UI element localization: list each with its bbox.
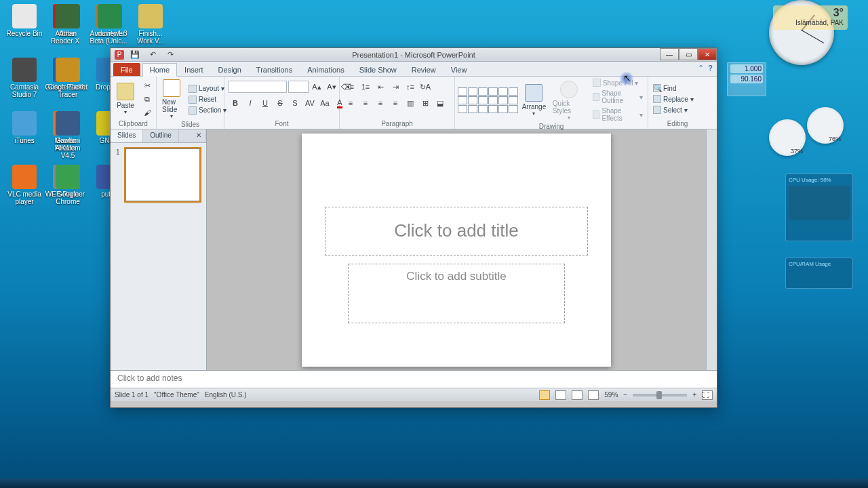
text-direction-icon[interactable]: ↻A — [418, 81, 432, 93]
notes-pane[interactable]: Click to add notes — [111, 370, 717, 388]
format-painter-icon[interactable]: 🖌 — [140, 106, 154, 119]
shapes-gallery[interactable] — [458, 87, 518, 113]
find-button[interactable]: 🔍Find — [651, 83, 696, 93]
columns-icon[interactable]: ▥ — [403, 97, 417, 109]
tab-transitions[interactable]: Transitions — [249, 63, 300, 76]
font-name-input[interactable] — [229, 81, 287, 93]
titlebar[interactable]: P 💾 ↶ ↷ Presentation1 - Microsoft PowerP… — [111, 48, 717, 62]
section-button[interactable]: Section ▾ — [186, 106, 229, 115]
ribbon: Paste ▾ ✂ ⧉ 🖌 Clipboard New Slide ▾ — [111, 77, 717, 129]
desktop-icon[interactable]: Athan — [47, 4, 88, 55]
help-icon[interactable]: ? — [708, 64, 713, 73]
font-size-input[interactable] — [288, 81, 309, 93]
cut-icon[interactable]: ✂ — [140, 79, 154, 92]
desktop-icon[interactable]: Cisco Packet Tracer — [47, 58, 88, 108]
char-spacing-icon[interactable]: AV — [303, 97, 317, 109]
bold-button[interactable]: B — [229, 97, 242, 109]
thumbnail-number: 1 — [116, 148, 123, 201]
new-slide-button[interactable]: New Slide ▾ — [159, 78, 184, 121]
panel-tab-slides[interactable]: Slides — [111, 129, 143, 142]
slideshow-view-button[interactable] — [588, 390, 599, 400]
align-left-icon[interactable]: ≡ — [344, 97, 357, 109]
grow-font-icon[interactable]: A▴ — [310, 81, 323, 93]
justify-icon[interactable]: ≡ — [389, 97, 402, 109]
shadow-button[interactable]: S — [288, 97, 302, 109]
title-placeholder[interactable]: Click to add title — [325, 207, 588, 256]
desktop-icon[interactable]: Recycle Bin — [4, 4, 45, 55]
reading-view-button[interactable] — [572, 390, 583, 400]
desktop-icon[interactable]: Gawami AlKalem V4.5 — [47, 111, 88, 162]
arrange-button[interactable]: Arrange▾ — [521, 83, 547, 118]
minimize-ribbon-icon[interactable]: ⌃ — [698, 64, 704, 73]
tab-animations[interactable]: Animations — [300, 63, 351, 76]
shape-fill-button[interactable]: Shape Fill ▾ — [591, 78, 645, 87]
sorter-view-button[interactable] — [555, 390, 566, 400]
inc-indent-icon[interactable]: ⇥ — [389, 81, 402, 93]
strike-button[interactable]: S — [273, 97, 287, 109]
align-right-icon[interactable]: ≡ — [374, 97, 387, 109]
dec-indent-icon[interactable]: ⇤ — [374, 81, 387, 93]
zoom-slider[interactable] — [633, 394, 687, 396]
tab-design[interactable]: Design — [211, 63, 249, 76]
desktop-icon[interactable]: Camtasia Studio 7 — [4, 58, 45, 108]
close-button[interactable]: ✕ — [698, 48, 717, 60]
meter-gadget: 1.000 90.160 — [727, 62, 766, 96]
shape-outline-icon — [593, 93, 599, 101]
replace-button[interactable]: Replace ▾ — [651, 94, 696, 104]
smartart-icon[interactable]: ⬓ — [433, 97, 447, 109]
tab-review[interactable]: Review — [404, 63, 443, 76]
select-icon — [653, 106, 661, 114]
change-case-icon[interactable]: Aa — [318, 97, 332, 109]
desktop-icon[interactable]: Google Chrome — [47, 165, 88, 216]
shape-outline-button[interactable]: Shape Outline ▾ — [591, 89, 645, 105]
ribbon-group-label: Editing — [651, 120, 704, 129]
workspace: Slides Outline ✕ 1 Click to add title Cl… — [111, 129, 717, 370]
shape-effects-button[interactable]: Shape Effects ▾ — [591, 106, 645, 123]
maximize-button[interactable]: ▭ — [679, 48, 698, 60]
quick-styles-button[interactable]: Quick Styles▾ — [550, 79, 588, 122]
vertical-scrollbar[interactable] — [706, 129, 717, 370]
bullets-icon[interactable]: •≡ — [344, 81, 357, 93]
fit-window-button[interactable]: ⛶ — [702, 390, 713, 400]
slide-canvas-area[interactable]: Click to add title Click to add subtitle — [207, 129, 706, 370]
copy-icon[interactable]: ⧉ — [140, 93, 154, 105]
align-center-icon[interactable]: ≡ — [359, 97, 372, 109]
speedometer-gadget-2: 37% — [769, 119, 806, 156]
tab-slideshow[interactable]: Slide Show — [352, 63, 404, 76]
status-language[interactable]: English (U.S.) — [205, 391, 247, 399]
desktop-icon[interactable]: VLC media player — [4, 165, 45, 216]
zoom-percent[interactable]: 59% — [604, 391, 618, 399]
zoom-in-button[interactable]: + — [692, 391, 696, 399]
layout-button[interactable]: Layout ▾ — [186, 84, 229, 94]
tab-insert[interactable]: Insert — [177, 63, 211, 76]
italic-button[interactable]: I — [243, 97, 257, 109]
panel-close-icon[interactable]: ✕ — [192, 129, 206, 142]
line-spacing-icon[interactable]: ↕≡ — [403, 81, 417, 93]
paste-icon — [117, 83, 134, 100]
reset-button[interactable]: Reset — [186, 95, 229, 104]
app-label: Google Chrome — [47, 190, 88, 205]
layout-icon — [189, 85, 197, 93]
tab-view[interactable]: View — [443, 63, 475, 76]
shrink-font-icon[interactable]: A▾ — [325, 81, 338, 93]
powerpoint-window: P 💾 ↶ ↷ Presentation1 - Microsoft PowerP… — [110, 47, 717, 408]
cpu-monitor-title: CPU Usage: 58% — [789, 177, 850, 183]
numbering-icon[interactable]: 1≡ — [359, 81, 372, 93]
slide-thumbnail[interactable]: 1 — [116, 148, 201, 201]
paste-button[interactable]: Paste ▾ — [113, 81, 138, 117]
taskbar[interactable] — [0, 479, 868, 488]
zoom-out-button[interactable]: − — [623, 391, 627, 399]
tab-home[interactable]: Home — [142, 63, 177, 77]
cpu-ram-title: CPU/RAM Usage — [789, 261, 850, 267]
panel-tab-outline[interactable]: Outline — [143, 129, 179, 142]
desktop-icon[interactable]: iTunes — [4, 111, 45, 162]
underline-button[interactable]: U — [258, 97, 272, 109]
select-button[interactable]: Select ▾ — [651, 105, 696, 115]
subtitle-placeholder[interactable]: Click to add subtitle — [348, 264, 565, 323]
minimize-button[interactable]: — — [660, 48, 679, 60]
normal-view-button[interactable] — [539, 390, 550, 400]
align-text-icon[interactable]: ⊞ — [418, 97, 432, 109]
tab-file[interactable]: File — [113, 63, 140, 76]
app-icon — [56, 58, 80, 82]
app-label: iTunes — [14, 137, 35, 144]
